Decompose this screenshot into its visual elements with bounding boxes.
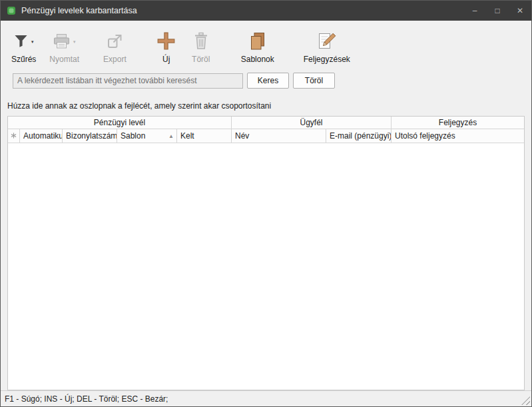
column-header-bizonylatszam[interactable]: Bizonylatszám (63, 129, 117, 143)
sort-ascending-icon: ▲ (168, 133, 174, 139)
status-bar: F1 - Súgó; INS - Új; DEL - Töröl; ESC - … (1, 390, 531, 406)
row-indicator-header (8, 129, 20, 143)
resize-grip[interactable] (521, 396, 530, 405)
clear-search-button[interactable]: Töröl (293, 73, 335, 89)
close-button[interactable]: ✕ (509, 1, 531, 21)
column-header-row: Automatikus Bizonylatszám Sablon ▲ Kelt … (8, 129, 524, 143)
search-row: Keres Töröl (1, 69, 531, 93)
titlebar: Pénzügyi levelek karbantartása – □ ✕ (1, 1, 531, 21)
new-button[interactable]: Új (149, 23, 184, 67)
chevron-down-icon: ▼ (73, 40, 77, 44)
delete-button[interactable]: Töröl (184, 23, 218, 67)
plus-icon (156, 31, 176, 53)
search-button[interactable]: Keres (247, 73, 289, 89)
filter-button[interactable]: ▼ Szűrés (5, 23, 43, 67)
app-logo-icon (7, 6, 16, 15)
search-input[interactable] (13, 73, 243, 89)
toolbar: ▼ Szűrés ▼ Nyomtat (1, 21, 531, 69)
group-by-hint: Húzza ide annak az oszlopnak a fejlécét,… (7, 101, 525, 111)
minimize-button[interactable]: – (463, 1, 486, 21)
notes-button[interactable]: Feljegyzések (297, 23, 357, 67)
data-grid: Pénzügyi levél Ügyfél Feljegyzés Automat… (7, 116, 525, 390)
app-window: Pénzügyi levelek karbantartása – □ ✕ ▼ S… (0, 0, 532, 407)
column-header-nev[interactable]: Név (232, 129, 326, 143)
export-icon (107, 33, 123, 51)
band-feljegyzes[interactable]: Feljegyzés (392, 117, 524, 129)
chevron-down-icon: ▼ (31, 40, 35, 44)
notes-icon (317, 32, 337, 53)
band-ugyfel[interactable]: Ügyfél (232, 117, 392, 129)
column-header-sablon[interactable]: Sablon ▲ (117, 129, 177, 143)
export-button[interactable]: Export (97, 23, 133, 67)
templates-icon (248, 31, 268, 53)
funnel-icon (13, 33, 29, 51)
status-bar-text: F1 - Súgó; INS - Új; DEL - Töröl; ESC - … (5, 394, 168, 404)
print-button[interactable]: ▼ Nyomtat (43, 23, 86, 67)
maximize-button[interactable]: □ (486, 1, 509, 21)
window-title: Pénzügyi levelek karbantartása (21, 6, 137, 15)
window-controls: – □ ✕ (463, 1, 531, 21)
column-header-automatikus[interactable]: Automatikus (20, 129, 63, 143)
printer-icon (53, 33, 71, 51)
column-header-kelt[interactable]: Kelt (177, 129, 232, 143)
column-header-utolso-feljegyzes[interactable]: Utolsó feljegyzés (392, 129, 524, 143)
band-header-row: Pénzügyi levél Ügyfél Feljegyzés (8, 117, 524, 129)
band-penzugyi-level[interactable]: Pénzügyi levél (8, 117, 232, 129)
templates-button[interactable]: Sablonok (234, 23, 281, 67)
row-indicator-icon (11, 131, 17, 141)
grid-body-empty (8, 143, 524, 390)
trash-icon (193, 32, 209, 52)
column-header-email[interactable]: E-mail (pénzügyi) (326, 129, 392, 143)
